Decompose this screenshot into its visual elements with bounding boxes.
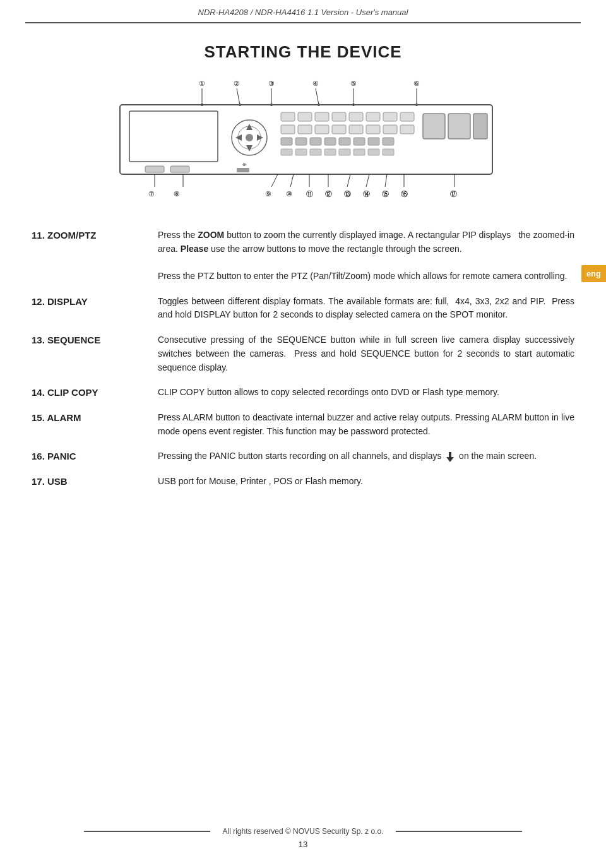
section-display: 12. DISPLAY Toggles between different di… [32, 295, 574, 322]
svg-text:④: ④ [312, 80, 319, 87]
svg-marker-26 [235, 134, 242, 141]
svg-line-74 [385, 174, 387, 187]
svg-rect-38 [400, 112, 414, 121]
language-badge: eng [581, 265, 606, 282]
svg-rect-33 [315, 112, 329, 121]
svg-text:⑯: ⑯ [401, 190, 408, 198]
svg-rect-61 [324, 149, 336, 155]
svg-line-72 [347, 174, 350, 187]
svg-text:⑧: ⑧ [174, 190, 180, 198]
svg-rect-51 [339, 138, 350, 145]
svg-rect-44 [366, 125, 380, 134]
svg-rect-49 [310, 138, 321, 145]
section-zoom-label: 11. ZOOM/PTZ [32, 229, 158, 241]
diagram-svg: ① ② ③ ④ ⑤ ⑥ [101, 74, 505, 213]
section-usb-label: 17. USB [32, 475, 158, 487]
footer-bar-left [84, 831, 210, 832]
section-usb-text: USB port for Mouse, Printer , POS or Fla… [158, 475, 574, 489]
svg-rect-62 [339, 149, 350, 155]
svg-text:①: ① [199, 80, 205, 87]
svg-rect-35 [349, 112, 363, 121]
svg-rect-43 [349, 125, 363, 134]
section-display-label: 12. DISPLAY [32, 295, 158, 307]
svg-rect-39 [281, 125, 295, 134]
svg-text:⑥: ⑥ [413, 80, 420, 87]
svg-rect-48 [295, 138, 307, 145]
page-header: NDR-HA4208 / NDR-HA4416 1.1 Version - Us… [25, 0, 581, 23]
svg-text:⊕: ⊕ [242, 162, 246, 167]
footer-line: All rights reserved © NOVUS Security Sp.… [0, 827, 606, 836]
svg-text:⑦: ⑦ [148, 190, 155, 198]
svg-rect-64 [368, 149, 379, 155]
svg-text:⑫: ⑫ [325, 190, 332, 198]
section-panic: 16. PANIC Pressing the PANIC button star… [32, 449, 574, 463]
svg-rect-56 [448, 114, 470, 139]
section-panic-text: Pressing the PANIC button starts recordi… [158, 449, 574, 463]
header-title: NDR-HA4208 / NDR-HA4416 1.1 Version - Us… [198, 8, 408, 17]
svg-text:⑩: ⑩ [286, 190, 292, 198]
svg-rect-40 [298, 125, 312, 134]
page-title: STARTING THE DEVICE [25, 42, 581, 62]
svg-rect-45 [383, 125, 397, 134]
device-diagram: ① ② ③ ④ ⑤ ⑥ [101, 74, 505, 216]
svg-line-7 [237, 88, 240, 105]
svg-marker-89 [446, 457, 454, 462]
svg-line-68 [271, 174, 278, 187]
svg-marker-25 [246, 145, 252, 152]
footer-copyright: All rights reserved © NOVUS Security Sp.… [223, 827, 384, 836]
svg-rect-20 [145, 166, 164, 172]
section-zoom-text: Press the ZOOM button to zoom the curren… [158, 229, 574, 283]
svg-line-73 [366, 174, 369, 187]
section-clipcopy-label: 14. CLIP COPY [32, 386, 158, 398]
svg-rect-52 [354, 138, 365, 145]
svg-text:⑬: ⑬ [344, 190, 351, 198]
svg-rect-57 [473, 114, 487, 139]
svg-marker-27 [257, 134, 263, 141]
svg-rect-46 [400, 125, 414, 134]
section-display-text: Toggles between different display format… [158, 295, 574, 322]
content-area: 11. ZOOM/PTZ Press the ZOOM button to zo… [25, 229, 581, 489]
svg-rect-42 [332, 125, 346, 134]
section-clipcopy: 14. CLIP COPY CLIP COPY button allows to… [32, 386, 574, 400]
svg-text:⑪: ⑪ [306, 190, 313, 198]
section-sequence-text: Consecutive pressing of the SEQUENCE but… [158, 333, 574, 374]
svg-rect-55 [423, 114, 445, 139]
svg-rect-65 [383, 149, 394, 155]
svg-rect-30 [237, 168, 249, 172]
svg-point-28 [246, 134, 253, 141]
svg-text:③: ③ [268, 80, 275, 87]
svg-rect-36 [366, 112, 380, 121]
svg-rect-34 [332, 112, 346, 121]
section-usb: 17. USB USB port for Mouse, Printer , PO… [32, 475, 574, 489]
svg-text:⑭: ⑭ [363, 190, 370, 198]
svg-rect-54 [383, 138, 394, 145]
svg-rect-50 [324, 138, 336, 145]
section-alarm: 15. ALARM Press ALARM button to deactiva… [32, 411, 574, 438]
svg-rect-32 [298, 112, 312, 121]
section-alarm-text: Press ALARM button to deactivate interna… [158, 411, 574, 438]
svg-rect-41 [315, 125, 329, 134]
svg-rect-19 [129, 111, 218, 162]
svg-rect-31 [281, 112, 295, 121]
section-clipcopy-text: CLIP COPY button allows to copy selected… [158, 386, 574, 400]
svg-text:⑤: ⑤ [350, 80, 357, 87]
svg-rect-59 [295, 149, 307, 155]
svg-rect-47 [281, 138, 292, 145]
section-zoom: 11. ZOOM/PTZ Press the ZOOM button to zo… [32, 229, 574, 283]
svg-marker-24 [246, 124, 252, 130]
section-alarm-label: 15. ALARM [32, 411, 158, 423]
section-sequence: 13. SEQUENCE Consecutive pressing of the… [32, 333, 574, 374]
page-footer: All rights reserved © NOVUS Security Sp.… [0, 827, 606, 849]
svg-rect-60 [310, 149, 321, 155]
svg-rect-37 [383, 112, 397, 121]
svg-rect-63 [354, 149, 365, 155]
svg-text:⑰: ⑰ [450, 190, 457, 198]
svg-text:⑨: ⑨ [265, 190, 271, 198]
svg-line-9 [316, 88, 319, 105]
section-sequence-label: 13. SEQUENCE [32, 333, 158, 345]
svg-rect-21 [170, 166, 189, 172]
footer-page-number: 13 [0, 840, 606, 849]
svg-line-69 [290, 174, 294, 187]
footer-bar-right [396, 831, 522, 832]
page: NDR-HA4208 / NDR-HA4416 1.1 Version - Us… [0, 0, 606, 868]
